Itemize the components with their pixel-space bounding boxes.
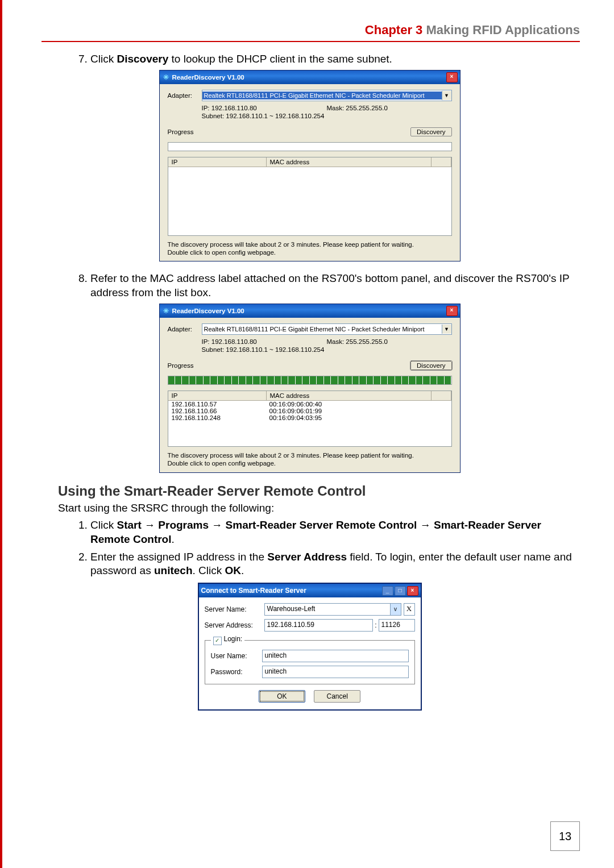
app-icon <box>162 307 170 315</box>
server-name-input[interactable]: Warehouse-Left <box>264 603 390 616</box>
chapter-heading: Chapter 3 Making RFID Applications <box>39 23 580 38</box>
footnote-line-1: The discovery process will take about 2 … <box>168 451 452 459</box>
chapter-title: Making RFID Applications <box>426 23 580 37</box>
server-name-label: Server Name: <box>205 605 264 613</box>
section-heading: Using the Smart-Reader Server Remote Con… <box>58 483 580 499</box>
step-8: Refer to the MAC address label attached … <box>90 272 580 300</box>
maximize-icon[interactable]: □ <box>395 586 406 596</box>
adapter-dropdown[interactable]: Realtek RTL8168/8111 PCI-E Gigabit Ether… <box>202 323 452 335</box>
adapter-dropdown[interactable]: Realtek RTL8168/8111 PCI-E Gigabit Ether… <box>202 90 452 101</box>
discovery-button[interactable]: Discovery <box>410 127 451 136</box>
password-input[interactable]: unitech <box>262 666 409 678</box>
port-input[interactable]: 11126 <box>379 619 415 632</box>
footnote-line-1: The discovery process will take about 2 … <box>168 240 452 248</box>
clear-button[interactable]: X <box>404 603 415 616</box>
reader-discovery-window-1: ReaderDiscovery V1.00 × Adapter: Realtek… <box>159 70 460 262</box>
progress-bar-full <box>168 376 452 385</box>
chevron-down-icon[interactable]: ▼ <box>442 325 451 334</box>
password-label: Password: <box>211 668 262 676</box>
table-row[interactable]: 192.168.110.248 00:16:09:04:03:95 <box>168 414 451 421</box>
close-icon[interactable]: × <box>446 306 458 316</box>
step-7: Click Discovery to lookup the DHCP clien… <box>90 52 580 67</box>
srsrc-step-1: Click Start → Programs → Smart-Reader Se… <box>90 518 580 546</box>
progress-bar <box>168 142 452 151</box>
ok-button[interactable]: OK <box>259 690 305 703</box>
cancel-button[interactable]: Cancel <box>314 690 360 703</box>
col-ip: IP <box>168 391 267 400</box>
minimize-icon[interactable]: _ <box>382 586 393 596</box>
window-title: ReaderDiscovery V1.00 <box>172 308 244 314</box>
subnet-value: Subnet: 192.168.110.1 ~ 192.168.110.254 <box>202 346 452 353</box>
titlebar[interactable]: ReaderDiscovery V1.00 × <box>160 304 460 318</box>
progress-label: Progress <box>168 362 202 369</box>
ip-value: IP: 192.168.110.80 <box>202 338 327 345</box>
close-icon[interactable]: × <box>407 586 418 596</box>
server-address-label: Server Address: <box>205 621 264 629</box>
login-fieldset: ✓Login: User Name: unitech Password: uni… <box>205 635 415 684</box>
close-icon[interactable]: × <box>446 72 458 82</box>
col-mac: MAC address <box>267 157 432 167</box>
chapter-prefix: Chapter 3 <box>365 23 422 37</box>
results-table: IP MAC address <box>168 157 452 236</box>
window-title: ReaderDiscovery V1.00 <box>172 74 244 81</box>
header-rule <box>42 41 580 42</box>
col-mac: MAC address <box>267 391 432 400</box>
srsrc-step-2: Enter the assigned IP address in the Ser… <box>90 550 580 578</box>
window-title: Connect to Smart-Reader Server <box>201 587 306 595</box>
app-icon <box>162 73 170 81</box>
chevron-down-icon[interactable]: v <box>390 603 401 616</box>
adapter-label: Adapter: <box>168 326 202 333</box>
username-label: User Name: <box>211 652 262 660</box>
connect-dialog: Connect to Smart-Reader Server _ □ × Ser… <box>198 583 422 711</box>
reader-discovery-window-2: ReaderDiscovery V1.00 × Adapter: Realtek… <box>159 304 460 473</box>
username-input[interactable]: unitech <box>262 650 409 662</box>
mask-value: Mask: 255.255.255.0 <box>327 105 388 111</box>
col-ip: IP <box>168 157 267 167</box>
footnote-line-2: Double click to open config webpage. <box>168 459 452 467</box>
subnet-value: Subnet: 192.168.110.1 ~ 192.168.110.254 <box>202 113 452 119</box>
titlebar[interactable]: ReaderDiscovery V1.00 × <box>160 70 460 84</box>
ip-value: IP: 192.168.110.80 <box>202 105 327 111</box>
page-number: 13 <box>550 821 580 851</box>
adapter-label: Adapter: <box>168 92 202 99</box>
login-checkbox[interactable]: ✓ <box>213 637 222 645</box>
table-row[interactable]: 192.168.110.66 00:16:09:06:01:99 <box>168 408 451 414</box>
chevron-down-icon[interactable]: ▼ <box>442 91 451 100</box>
table-row[interactable]: 192.168.110.57 00:16:09:06:00:40 <box>168 401 451 408</box>
results-table: IP MAC address 192.168.110.57 00:16:09:0… <box>168 391 452 447</box>
srsrc-intro: Start using the SRSRC through the follow… <box>58 501 580 516</box>
footnote-line-2: Double click to open config webpage. <box>168 248 452 256</box>
progress-label: Progress <box>168 128 202 135</box>
mask-value: Mask: 255.255.255.0 <box>327 338 388 345</box>
discovery-button[interactable]: Discovery <box>410 361 451 370</box>
server-address-input[interactable]: 192.168.110.59 <box>264 619 374 632</box>
titlebar[interactable]: Connect to Smart-Reader Server _ □ × <box>199 584 421 597</box>
